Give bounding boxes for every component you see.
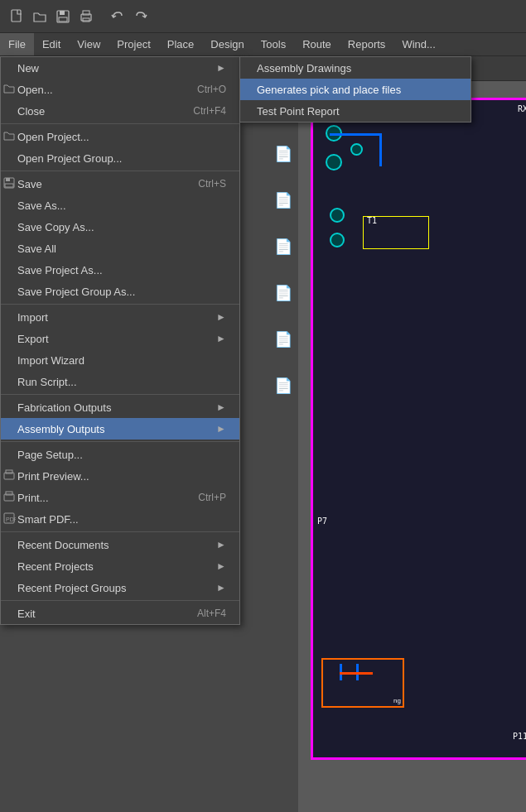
svg-rect-8 — [6, 178, 10, 181]
divider-1 — [1, 123, 239, 124]
menu-item-save-project-as[interactable]: Save Project As... — [1, 259, 239, 281]
menu-item-print-label: Print... — [17, 492, 49, 504]
redo-icon[interactable] — [131, 7, 151, 26]
menu-item-open-label: Open... — [17, 84, 53, 96]
menu-file[interactable]: File — [0, 33, 34, 55]
menu-item-save-project-group-as[interactable]: Save Project Group As... — [1, 281, 239, 302]
menu-project[interactable]: Project — [109, 33, 158, 55]
menu-item-recent-documents-arrow: ► — [216, 539, 226, 550]
menu-item-close-label: Close — [17, 105, 45, 118]
menu-item-save-as-label: Save As... — [17, 199, 66, 212]
menu-item-run-script[interactable]: Run Script... — [1, 371, 239, 392]
menu-item-open-project-group-label: Open Project Group... — [17, 152, 122, 165]
undo-icon[interactable] — [108, 7, 128, 26]
menu-item-export-label: Export — [17, 333, 49, 345]
menu-item-import-wizard-label: Import Wizard — [17, 354, 84, 367]
menu-item-open-shortcut: Ctrl+O — [197, 84, 226, 95]
menu-wind[interactable]: Wind... — [393, 33, 443, 55]
menu-item-recent-project-groups-arrow: ► — [216, 582, 226, 593]
menu-item-recent-documents[interactable]: Recent Documents ► — [1, 534, 239, 555]
menu-item-print-icon — [2, 490, 16, 506]
menu-item-save[interactable]: Save Ctrl+S — [1, 173, 239, 195]
file-icon-4: 📄 — [275, 237, 292, 257]
menu-item-open[interactable]: Open... Ctrl+O — [1, 79, 239, 100]
print-icon[interactable] — [76, 7, 96, 26]
file-icon-6: 📄 — [275, 329, 292, 349]
menu-item-save-as[interactable]: Save As... — [1, 195, 239, 216]
open-folder-icon[interactable] — [30, 7, 50, 26]
menu-tools[interactable]: Tools — [253, 33, 294, 55]
menu-item-save-copy-as[interactable]: Save Copy As... — [1, 216, 239, 238]
menu-item-page-setup[interactable]: Page Setup... — [1, 444, 239, 465]
svg-rect-9 — [5, 184, 13, 187]
assembly-outputs-menu: Assembly Drawings Generates pick and pla… — [239, 56, 471, 123]
menu-item-recent-project-groups[interactable]: Recent Project Groups ► — [1, 577, 239, 598]
menu-item-print-preview[interactable]: Print Preview... — [1, 465, 239, 487]
panel-file-icons: 📄 📄 📄 📄 📄 📄 📄 — [275, 81, 292, 396]
menu-item-recent-documents-label: Recent Documents — [17, 539, 109, 551]
menu-item-open-icon — [2, 82, 16, 98]
menu-item-recent-projects[interactable]: Recent Projects ► — [1, 555, 239, 577]
svg-rect-3 — [59, 17, 67, 22]
menu-item-assembly-outputs[interactable]: Assembly Outputs ► — [1, 418, 239, 440]
menu-item-save-all-label: Save All — [17, 243, 56, 255]
menu-item-save-shortcut: Ctrl+S — [198, 178, 226, 190]
menu-item-import-arrow: ► — [216, 311, 226, 323]
menu-item-new[interactable]: New ► — [1, 57, 239, 79]
menu-item-save-all[interactable]: Save All — [1, 238, 239, 259]
file-icon-3: 📄 — [275, 190, 292, 210]
menu-item-exit-label: Exit — [17, 608, 36, 620]
menu-item-recent-project-groups-label: Recent Project Groups — [17, 582, 127, 594]
pcb-board: RX P7 T1 P11 ng — [311, 98, 526, 760]
file-icon-7: 📄 — [275, 376, 292, 396]
menu-item-smart-pdf[interactable]: PDF Smart PDF... — [1, 508, 239, 530]
menu-item-export[interactable]: Export ► — [1, 328, 239, 349]
file-icon-2: 📄 — [275, 144, 292, 164]
assembly-menu-item-pick-place-label: Generates pick and place files — [257, 84, 401, 96]
assembly-menu-item-test-point[interactable]: Test Point Report — [240, 100, 471, 122]
menu-item-save-copy-as-label: Save Copy As... — [17, 221, 94, 233]
assembly-menu-item-test-point-label: Test Point Report — [257, 105, 340, 118]
menu-item-fabrication-outputs[interactable]: Fabrication Outputs ► — [1, 396, 239, 418]
menu-edit[interactable]: Edit — [34, 33, 69, 55]
new-icon[interactable] — [7, 7, 27, 26]
menu-item-exit[interactable]: Exit Alt+F4 — [1, 603, 239, 624]
menu-item-open-project[interactable]: Open Project... — [1, 126, 239, 147]
svg-rect-2 — [60, 11, 65, 15]
menu-item-save-project-group-as-label: Save Project Group As... — [17, 286, 135, 298]
menu-item-recent-projects-arrow: ► — [216, 560, 226, 572]
menu-item-new-label: New — [17, 62, 39, 74]
assembly-menu-item-drawings[interactable]: Assembly Drawings — [240, 57, 471, 79]
menu-route[interactable]: Route — [294, 33, 340, 55]
menu-reports[interactable]: Reports — [340, 33, 394, 55]
menu-item-import[interactable]: Import ► — [1, 306, 239, 328]
menu-item-save-icon — [2, 176, 16, 192]
menu-item-print[interactable]: Print... Ctrl+P — [1, 487, 239, 508]
divider-2 — [1, 171, 239, 171]
file-menu: New ► Open... Ctrl+O Close Ctrl+F4 Open … — [0, 56, 240, 625]
menu-item-import-wizard[interactable]: Import Wizard — [1, 349, 239, 371]
file-icon-5: 📄 — [275, 283, 292, 303]
menu-item-print-preview-icon — [2, 468, 16, 484]
divider-5 — [1, 441, 239, 442]
menu-item-print-shortcut: Ctrl+P — [198, 492, 226, 503]
menu-item-import-label: Import — [17, 311, 48, 324]
menu-design[interactable]: Design — [202, 33, 252, 55]
menu-item-open-project-label: Open Project... — [17, 131, 89, 143]
menu-view[interactable]: View — [69, 33, 109, 55]
menu-item-open-project-group[interactable]: Open Project Group... — [1, 147, 239, 169]
menu-item-smart-pdf-icon: PDF — [2, 512, 16, 527]
pcb-label-rx: RX — [518, 104, 526, 113]
menu-item-run-script-label: Run Script... — [17, 376, 77, 388]
menu-place[interactable]: Place — [159, 33, 203, 55]
canvas-area: RX P7 T1 P11 ng — [298, 81, 526, 812]
menu-item-print-preview-label: Print Preview... — [17, 470, 89, 483]
assembly-menu-item-pick-place[interactable]: Generates pick and place files — [240, 79, 471, 100]
menu-item-save-label: Save — [17, 178, 42, 190]
menu-item-close[interactable]: Close Ctrl+F4 — [1, 100, 239, 122]
menu-item-recent-projects-label: Recent Projects — [17, 560, 94, 573]
menu-item-assembly-outputs-label: Assembly Outputs — [17, 423, 105, 435]
save-icon[interactable] — [53, 7, 73, 26]
pcb-label-p11: P11 — [513, 732, 526, 741]
pcb-label-t1: T1 — [367, 216, 377, 225]
